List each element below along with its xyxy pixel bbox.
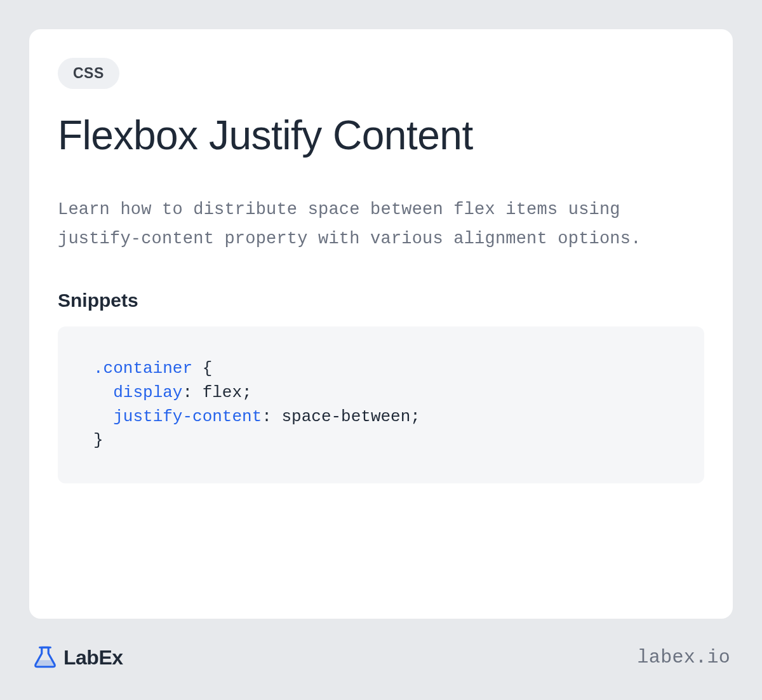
category-tag: CSS xyxy=(58,58,119,89)
code-open-brace: { xyxy=(192,359,212,378)
logo-text: LabEx xyxy=(64,646,123,670)
code-block: .container { display: flex; justify-cont… xyxy=(58,326,704,483)
footer: LabEx labex.io xyxy=(29,644,733,671)
content-card: CSS Flexbox Justify Content Learn how to… xyxy=(29,29,733,619)
code-close-brace: } xyxy=(93,431,104,450)
code-selector: .container xyxy=(93,359,192,378)
page-title: Flexbox Justify Content xyxy=(58,113,704,158)
code-value-flex: : flex; xyxy=(182,383,251,402)
description-text: Learn how to distribute space between fl… xyxy=(58,196,704,254)
code-property-justify-content: justify-content xyxy=(113,407,262,426)
logo-container: LabEx xyxy=(32,644,123,671)
snippets-heading: Snippets xyxy=(58,290,704,311)
code-value-space-between: : space-between; xyxy=(262,407,420,426)
footer-url: labex.io xyxy=(638,647,730,668)
flask-icon xyxy=(32,644,58,671)
code-property-display: display xyxy=(113,383,182,402)
